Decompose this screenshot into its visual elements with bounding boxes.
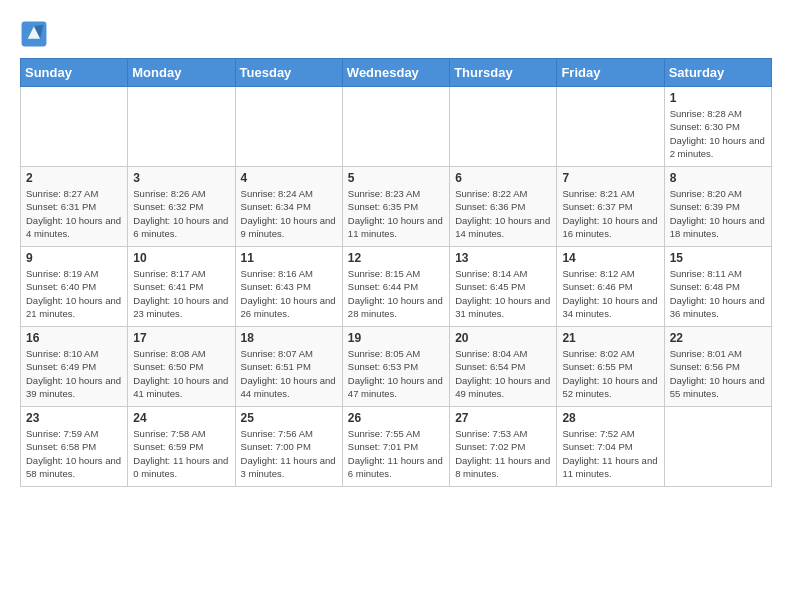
calendar-cell [664,407,771,487]
calendar-cell: 23Sunrise: 7:59 AM Sunset: 6:58 PM Dayli… [21,407,128,487]
day-number: 11 [241,251,337,265]
day-number: 7 [562,171,658,185]
calendar-cell [128,87,235,167]
day-number: 15 [670,251,766,265]
calendar-cell: 21Sunrise: 8:02 AM Sunset: 6:55 PM Dayli… [557,327,664,407]
calendar-cell: 27Sunrise: 7:53 AM Sunset: 7:02 PM Dayli… [450,407,557,487]
day-info: Sunrise: 8:05 AM Sunset: 6:53 PM Dayligh… [348,347,444,400]
day-number: 16 [26,331,122,345]
day-info: Sunrise: 8:17 AM Sunset: 6:41 PM Dayligh… [133,267,229,320]
calendar-cell: 11Sunrise: 8:16 AM Sunset: 6:43 PM Dayli… [235,247,342,327]
calendar-cell [557,87,664,167]
day-info: Sunrise: 8:10 AM Sunset: 6:49 PM Dayligh… [26,347,122,400]
calendar-cell: 1Sunrise: 8:28 AM Sunset: 6:30 PM Daylig… [664,87,771,167]
weekday-header: Friday [557,59,664,87]
day-info: Sunrise: 8:01 AM Sunset: 6:56 PM Dayligh… [670,347,766,400]
day-number: 1 [670,91,766,105]
calendar-cell: 5Sunrise: 8:23 AM Sunset: 6:35 PM Daylig… [342,167,449,247]
day-info: Sunrise: 8:20 AM Sunset: 6:39 PM Dayligh… [670,187,766,240]
day-info: Sunrise: 8:08 AM Sunset: 6:50 PM Dayligh… [133,347,229,400]
weekday-header: Wednesday [342,59,449,87]
day-number: 28 [562,411,658,425]
day-info: Sunrise: 8:15 AM Sunset: 6:44 PM Dayligh… [348,267,444,320]
day-info: Sunrise: 8:07 AM Sunset: 6:51 PM Dayligh… [241,347,337,400]
calendar-cell: 8Sunrise: 8:20 AM Sunset: 6:39 PM Daylig… [664,167,771,247]
day-info: Sunrise: 7:58 AM Sunset: 6:59 PM Dayligh… [133,427,229,480]
day-info: Sunrise: 7:55 AM Sunset: 7:01 PM Dayligh… [348,427,444,480]
calendar-cell: 7Sunrise: 8:21 AM Sunset: 6:37 PM Daylig… [557,167,664,247]
header [20,20,772,48]
day-number: 12 [348,251,444,265]
weekday-header: Monday [128,59,235,87]
day-number: 5 [348,171,444,185]
day-number: 10 [133,251,229,265]
calendar-week-row: 23Sunrise: 7:59 AM Sunset: 6:58 PM Dayli… [21,407,772,487]
day-number: 2 [26,171,122,185]
calendar-cell: 19Sunrise: 8:05 AM Sunset: 6:53 PM Dayli… [342,327,449,407]
calendar-cell: 6Sunrise: 8:22 AM Sunset: 6:36 PM Daylig… [450,167,557,247]
calendar-cell: 20Sunrise: 8:04 AM Sunset: 6:54 PM Dayli… [450,327,557,407]
day-number: 27 [455,411,551,425]
day-number: 8 [670,171,766,185]
day-info: Sunrise: 8:26 AM Sunset: 6:32 PM Dayligh… [133,187,229,240]
day-number: 3 [133,171,229,185]
day-number: 23 [26,411,122,425]
day-number: 18 [241,331,337,345]
calendar-week-row: 16Sunrise: 8:10 AM Sunset: 6:49 PM Dayli… [21,327,772,407]
day-info: Sunrise: 8:14 AM Sunset: 6:45 PM Dayligh… [455,267,551,320]
logo-icon [20,20,48,48]
calendar-week-row: 9Sunrise: 8:19 AM Sunset: 6:40 PM Daylig… [21,247,772,327]
day-number: 14 [562,251,658,265]
day-info: Sunrise: 8:24 AM Sunset: 6:34 PM Dayligh… [241,187,337,240]
calendar-cell [342,87,449,167]
day-info: Sunrise: 8:16 AM Sunset: 6:43 PM Dayligh… [241,267,337,320]
calendar-cell: 10Sunrise: 8:17 AM Sunset: 6:41 PM Dayli… [128,247,235,327]
day-info: Sunrise: 7:59 AM Sunset: 6:58 PM Dayligh… [26,427,122,480]
calendar-cell: 15Sunrise: 8:11 AM Sunset: 6:48 PM Dayli… [664,247,771,327]
day-number: 19 [348,331,444,345]
calendar-cell [21,87,128,167]
day-number: 6 [455,171,551,185]
day-info: Sunrise: 7:52 AM Sunset: 7:04 PM Dayligh… [562,427,658,480]
day-number: 17 [133,331,229,345]
day-number: 9 [26,251,122,265]
day-info: Sunrise: 8:23 AM Sunset: 6:35 PM Dayligh… [348,187,444,240]
day-number: 21 [562,331,658,345]
day-info: Sunrise: 8:19 AM Sunset: 6:40 PM Dayligh… [26,267,122,320]
day-info: Sunrise: 8:02 AM Sunset: 6:55 PM Dayligh… [562,347,658,400]
day-info: Sunrise: 7:56 AM Sunset: 7:00 PM Dayligh… [241,427,337,480]
calendar-cell: 3Sunrise: 8:26 AM Sunset: 6:32 PM Daylig… [128,167,235,247]
day-info: Sunrise: 8:04 AM Sunset: 6:54 PM Dayligh… [455,347,551,400]
calendar-cell: 12Sunrise: 8:15 AM Sunset: 6:44 PM Dayli… [342,247,449,327]
calendar-header-row: SundayMondayTuesdayWednesdayThursdayFrid… [21,59,772,87]
calendar-week-row: 2Sunrise: 8:27 AM Sunset: 6:31 PM Daylig… [21,167,772,247]
calendar-cell: 2Sunrise: 8:27 AM Sunset: 6:31 PM Daylig… [21,167,128,247]
day-number: 25 [241,411,337,425]
calendar-cell: 25Sunrise: 7:56 AM Sunset: 7:00 PM Dayli… [235,407,342,487]
calendar-cell [450,87,557,167]
logo [20,20,52,48]
weekday-header: Sunday [21,59,128,87]
day-number: 13 [455,251,551,265]
calendar-cell: 16Sunrise: 8:10 AM Sunset: 6:49 PM Dayli… [21,327,128,407]
calendar-table: SundayMondayTuesdayWednesdayThursdayFrid… [20,58,772,487]
calendar-cell: 14Sunrise: 8:12 AM Sunset: 6:46 PM Dayli… [557,247,664,327]
calendar-cell: 9Sunrise: 8:19 AM Sunset: 6:40 PM Daylig… [21,247,128,327]
weekday-header: Saturday [664,59,771,87]
weekday-header: Thursday [450,59,557,87]
calendar-cell: 28Sunrise: 7:52 AM Sunset: 7:04 PM Dayli… [557,407,664,487]
calendar-cell: 26Sunrise: 7:55 AM Sunset: 7:01 PM Dayli… [342,407,449,487]
day-info: Sunrise: 8:12 AM Sunset: 6:46 PM Dayligh… [562,267,658,320]
day-number: 4 [241,171,337,185]
day-info: Sunrise: 8:21 AM Sunset: 6:37 PM Dayligh… [562,187,658,240]
calendar-cell: 22Sunrise: 8:01 AM Sunset: 6:56 PM Dayli… [664,327,771,407]
day-info: Sunrise: 8:28 AM Sunset: 6:30 PM Dayligh… [670,107,766,160]
calendar-cell: 13Sunrise: 8:14 AM Sunset: 6:45 PM Dayli… [450,247,557,327]
day-info: Sunrise: 8:22 AM Sunset: 6:36 PM Dayligh… [455,187,551,240]
calendar-cell: 17Sunrise: 8:08 AM Sunset: 6:50 PM Dayli… [128,327,235,407]
calendar-cell [235,87,342,167]
calendar-cell: 18Sunrise: 8:07 AM Sunset: 6:51 PM Dayli… [235,327,342,407]
day-number: 22 [670,331,766,345]
day-info: Sunrise: 7:53 AM Sunset: 7:02 PM Dayligh… [455,427,551,480]
day-number: 26 [348,411,444,425]
